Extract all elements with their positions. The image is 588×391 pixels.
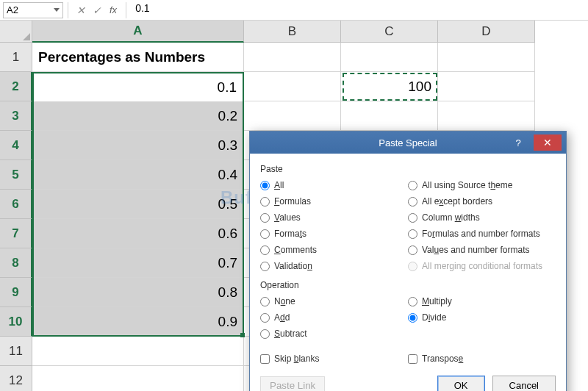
radio-option[interactable]: Subtract [260,326,408,342]
select-all-corner[interactable] [0,21,32,43]
label: Values and number formats [422,245,530,255]
cell-b2[interactable] [244,72,341,101]
radio-option[interactable]: Comments [260,242,408,258]
cell[interactable] [438,101,535,131]
row-header[interactable]: 1 [0,43,32,72]
radio-option[interactable]: Values [260,209,408,226]
column-header-b[interactable]: B [244,21,341,43]
paste-link-button: Paste Link [260,376,325,391]
radio[interactable] [260,181,270,190]
close-icon[interactable]: ✕ [534,134,562,151]
cell-a9[interactable]: 0.8 [32,278,244,307]
radio[interactable] [260,229,270,239]
cell[interactable] [32,337,244,366]
column-header-d[interactable]: D [438,21,535,43]
radio-option[interactable]: Add [260,309,408,326]
cell-a4[interactable]: 0.3 [32,131,244,160]
label: Column widths [422,212,480,223]
column-header-a[interactable]: A [32,21,244,43]
chevron-down-icon[interactable] [54,8,60,12]
cell-a2[interactable] [32,72,244,101]
radio[interactable] [408,197,417,207]
label: Divide [422,312,446,323]
label: Add [274,312,290,323]
radio[interactable] [260,329,270,339]
ok-button[interactable]: OK [437,376,485,391]
radio-option[interactable]: All using Source theme [408,177,556,193]
row-header[interactable]: 4 [0,131,32,160]
label: Formulas and number formats [422,229,540,239]
formula-bar-row: A2 ✕ ✓ fx 0.1 [0,0,588,21]
transpose-checkbox[interactable]: Transpose [408,351,556,367]
label: Formats [274,229,306,239]
radio-option[interactable]: Multiply [408,293,556,309]
radio-option[interactable]: All except borders [408,193,556,209]
label: All merging conditional formats [422,261,542,271]
label: All [274,180,284,190]
formula-bar-input[interactable]: 0.1 [131,2,588,18]
name-box[interactable]: A2 [3,2,63,18]
cell[interactable] [341,101,438,131]
cell-a7[interactable]: 0.6 [32,219,244,248]
radio[interactable] [260,313,270,323]
row-header[interactable]: 5 [0,160,32,190]
radio[interactable] [408,229,417,239]
dialog-titlebar[interactable]: Paste Special ? ✕ [250,132,566,154]
row-header[interactable]: 12 [0,366,32,391]
radio[interactable] [408,213,417,223]
radio[interactable] [408,245,417,255]
row-headers: 1 2 3 4 5 6 7 8 9 10 11 12 13 [0,43,32,391]
cell-b1[interactable] [244,43,341,72]
radio[interactable] [260,245,270,255]
cell-c1[interactable] [341,43,438,72]
label: None [274,296,295,306]
checkbox[interactable] [260,354,270,364]
radio-option[interactable]: Validation [260,258,408,274]
row-header[interactable]: 2 [0,72,32,101]
cell-a1[interactable]: Percentages as Numbers [32,43,244,72]
radio[interactable] [260,213,270,223]
radio-option[interactable]: Divide [408,309,556,326]
row-header[interactable]: 7 [0,219,32,248]
radio [408,262,417,271]
radio-option[interactable]: All [260,177,408,193]
row-header[interactable]: 6 [0,190,32,219]
radio-option[interactable]: Formats [260,226,408,242]
radio-option: All merging conditional formats [408,258,556,274]
cell[interactable] [32,366,244,391]
row-header[interactable]: 8 [0,248,32,278]
row-header[interactable]: 11 [0,337,32,366]
radio[interactable] [408,297,417,306]
cell-d2[interactable] [438,72,535,101]
cell-a3[interactable]: 0.2 [32,101,244,131]
row-header[interactable]: 9 [0,278,32,307]
radio-option[interactable]: None [260,293,408,309]
radio[interactable] [260,197,270,207]
radio-option[interactable]: Formulas [260,193,408,209]
checkbox[interactable] [408,354,417,364]
radio[interactable] [408,313,417,323]
cell-d1[interactable] [438,43,535,72]
radio-option[interactable]: Column widths [408,209,556,226]
radio[interactable] [260,297,270,306]
help-icon[interactable]: ? [506,134,531,151]
cancel-button[interactable]: Cancel [492,376,556,391]
label: Formulas [274,196,311,207]
cell-a10[interactable]: 0.9 [32,307,244,337]
cell-a6[interactable]: 0.5 [32,190,244,219]
radio-option[interactable]: Formulas and number formats [408,226,556,242]
cell-a5[interactable]: 0.4 [32,160,244,190]
skip-blanks-checkbox[interactable]: Skip blanks [260,351,408,367]
cell-c2[interactable]: 100 [341,72,438,101]
cell[interactable] [244,101,341,131]
enter-formula-icon[interactable]: ✓ [89,2,105,18]
fx-icon[interactable]: fx [110,4,117,15]
row-header[interactable]: 3 [0,101,32,131]
row-header[interactable]: 10 [0,307,32,337]
cancel-formula-icon[interactable]: ✕ [73,2,89,18]
radio[interactable] [260,262,270,271]
cell-a8[interactable]: 0.7 [32,248,244,278]
radio-option[interactable]: Values and number formats [408,242,556,258]
column-header-c[interactable]: C [341,21,438,43]
radio[interactable] [408,181,417,190]
